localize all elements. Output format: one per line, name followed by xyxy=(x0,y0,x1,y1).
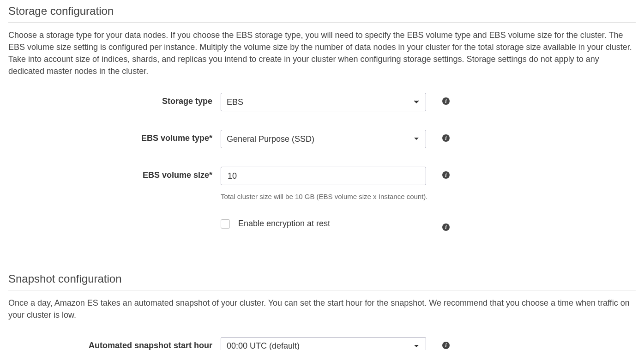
caret-down-icon xyxy=(414,100,419,104)
snapshot-start-hour-label: Automated snapshot start hour xyxy=(8,337,221,350)
ebs-volume-size-input[interactable] xyxy=(227,171,420,181)
snapshot-config-heading: Snapshot configuration xyxy=(8,272,636,290)
ebs-volume-type-value: General Purpose (SSD) xyxy=(227,134,314,144)
storage-type-value: EBS xyxy=(227,97,243,107)
enable-encryption-label: Enable encryption at rest xyxy=(238,219,330,229)
ebs-volume-type-select[interactable]: General Purpose (SSD) xyxy=(221,130,426,148)
ebs-volume-size-hint: Total cluster size will be 10 GB (EBS vo… xyxy=(221,193,442,200)
storage-config-heading: Storage configuration xyxy=(8,5,636,23)
storage-type-select[interactable]: EBS xyxy=(221,93,426,111)
caret-down-icon xyxy=(414,344,419,348)
info-icon[interactable]: i xyxy=(442,97,450,105)
snapshot-start-hour-value: 00:00 UTC (default) xyxy=(227,341,300,350)
ebs-volume-type-label: EBS volume type* xyxy=(8,130,221,143)
ebs-volume-size-label: EBS volume size* xyxy=(8,167,221,180)
ebs-volume-size-input-wrapper xyxy=(221,167,426,185)
info-icon[interactable]: i xyxy=(442,223,450,231)
info-icon[interactable]: i xyxy=(442,171,450,179)
storage-type-label: Storage type xyxy=(8,93,221,106)
storage-config-description: Choose a storage type for your data node… xyxy=(8,29,636,77)
info-icon[interactable]: i xyxy=(442,134,450,142)
snapshot-config-description: Once a day, Amazon ES takes an automated… xyxy=(8,297,636,321)
caret-down-icon xyxy=(414,137,419,141)
snapshot-start-hour-select[interactable]: 00:00 UTC (default) xyxy=(221,337,426,350)
info-icon[interactable]: i xyxy=(442,342,450,349)
enable-encryption-checkbox[interactable] xyxy=(221,219,230,229)
